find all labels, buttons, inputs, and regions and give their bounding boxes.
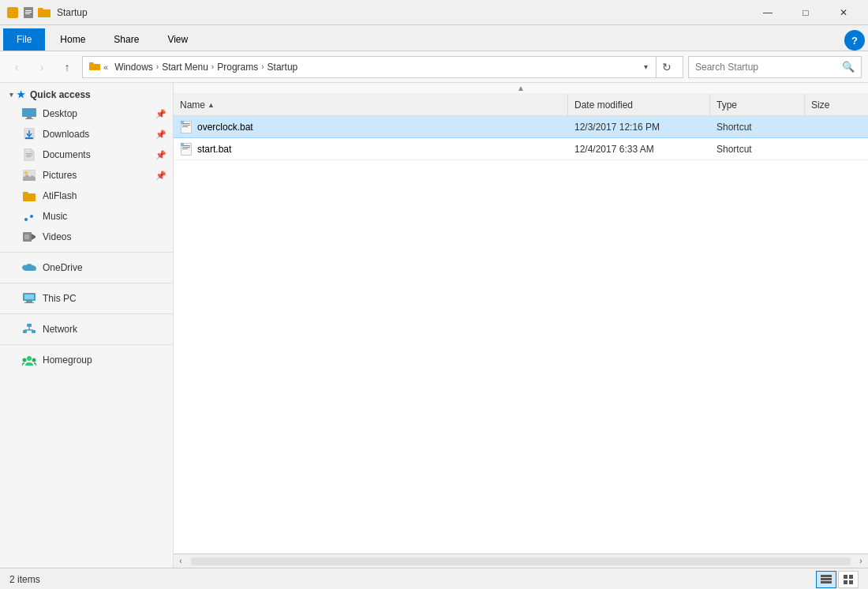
item-count: 2 items: [9, 574, 40, 585]
path-sep3: ›: [261, 62, 264, 71]
scroll-track[interactable]: [191, 557, 851, 565]
sidebar-item-videos[interactable]: Videos: [0, 227, 173, 247]
restore-button[interactable]: □: [788, 0, 824, 25]
up-button[interactable]: ↑: [57, 57, 77, 77]
svg-rect-47: [849, 575, 853, 579]
table-row[interactable]: overclock.bat 12/3/2017 12:16 PM Shortcu…: [174, 116, 868, 138]
file-name-cell-overclock: overclock.bat: [174, 121, 568, 133]
sidebar-item-music[interactable]: Music: [0, 206, 173, 227]
file-date-overclock: 12/3/2017 12:16 PM: [568, 122, 710, 133]
path-windows: Windows: [114, 62, 153, 73]
scroll-left-button[interactable]: ‹: [174, 554, 188, 568]
col-date-label: Date modified: [574, 99, 633, 111]
sidebar-label-onedrive: OneDrive: [43, 262, 83, 273]
svg-rect-43: [821, 575, 832, 577]
view-tiles-button[interactable]: [838, 571, 859, 588]
videos-icon: [22, 230, 36, 244]
help-button[interactable]: ?: [844, 30, 865, 51]
sidebar-item-homegroup[interactable]: Homegroup: [0, 350, 173, 370]
column-date-modified[interactable]: Date modified: [568, 94, 710, 115]
address-bar: ‹ › ↑ « Windows › Start Menu › Programs …: [0, 51, 868, 83]
address-path[interactable]: « Windows › Start Menu › Programs › Star…: [82, 56, 683, 78]
sidebar: ▾ ★ Quick access Desktop 📌: [0, 83, 174, 568]
sidebar-item-thispc[interactable]: This PC: [0, 288, 173, 309]
window-title: Startup: [57, 7, 88, 18]
sidebar-item-documents[interactable]: Documents 📌: [0, 144, 173, 165]
table-row[interactable]: start.bat 12/4/2017 6:33 AM Shortcut: [174, 138, 868, 160]
sort-indicator-name: ▲: [208, 101, 215, 109]
tab-home[interactable]: Home: [47, 28, 99, 51]
svg-point-29: [23, 358, 27, 362]
svg-rect-46: [844, 575, 847, 579]
column-name[interactable]: Name ▲: [174, 94, 568, 115]
column-size[interactable]: Size: [805, 94, 868, 115]
svg-rect-3: [25, 13, 30, 14]
horizontal-scrollbar[interactable]: ‹ ›: [174, 553, 868, 568]
sidebar-item-icon-star: ★: [17, 89, 25, 100]
search-box[interactable]: 🔍: [688, 56, 862, 78]
title-controls: — □ ✕: [750, 0, 862, 25]
title-bar: Startup — □ ✕: [0, 0, 868, 25]
sidebar-quick-access-header[interactable]: ▾ ★ Quick access: [0, 86, 173, 103]
tab-share[interactable]: Share: [100, 28, 152, 51]
sidebar-item-downloads[interactable]: Downloads 📌: [0, 124, 173, 144]
sidebar-item-network[interactable]: Network: [0, 319, 173, 340]
col-type-label: Type: [716, 99, 737, 111]
network-icon: [22, 322, 36, 336]
view-details-button[interactable]: [816, 571, 836, 588]
file-type-start: Shortcut: [710, 144, 805, 155]
pictures-icon: [22, 168, 36, 182]
quick-access-label: Quick access: [30, 89, 91, 100]
sidebar-label-videos: Videos: [43, 231, 71, 242]
file-name-start: start.bat: [197, 144, 231, 155]
file-area: ▲ Name ▲ Date modified Type Size: [174, 83, 868, 568]
scroll-right-button[interactable]: ›: [854, 554, 868, 568]
svg-rect-48: [844, 580, 847, 584]
sidebar-item-onedrive[interactable]: OneDrive: [0, 257, 173, 278]
sidebar-item-atiflash[interactable]: AtiFlash: [0, 186, 173, 206]
sidebar-item-pictures[interactable]: Pictures 📌: [0, 165, 173, 186]
tab-view[interactable]: View: [154, 28, 201, 51]
minimize-button[interactable]: —: [750, 0, 786, 25]
folder-icon: [38, 6, 51, 19]
search-input[interactable]: [695, 62, 837, 73]
close-button[interactable]: ✕: [825, 0, 862, 25]
svg-rect-34: [182, 125, 190, 126]
col-name-label: Name: [180, 99, 205, 111]
svg-rect-4: [22, 108, 36, 117]
col-size-label: Size: [811, 99, 829, 111]
forward-button[interactable]: ›: [32, 57, 52, 77]
back-button[interactable]: ‹: [6, 57, 27, 77]
atiflash-icon: [22, 189, 36, 203]
documents-pin-icon: 📌: [155, 150, 166, 160]
sidebar-label-homegroup: Homegroup: [43, 355, 92, 366]
svg-rect-21: [24, 294, 34, 299]
svg-rect-35: [182, 126, 188, 127]
file-type-overclock: Shortcut: [710, 122, 805, 133]
documents-icon: [22, 148, 36, 162]
pictures-pin-icon: 📌: [155, 171, 166, 181]
sidebar-label-pictures: Pictures: [43, 170, 77, 181]
sidebar-separator-1: [0, 252, 173, 253]
address-refresh-button[interactable]: ↻: [656, 57, 676, 77]
svg-rect-10: [26, 153, 32, 154]
downloads-icon: [22, 127, 36, 141]
quick-access-icon: [6, 6, 19, 19]
search-icon: 🔍: [842, 61, 855, 73]
tab-file[interactable]: File: [3, 28, 45, 51]
svg-rect-44: [821, 578, 832, 580]
address-dropdown-button[interactable]: ▾: [635, 57, 656, 77]
path-programs: Programs: [217, 62, 258, 73]
path-folder-icon: [89, 62, 100, 73]
sidebar-label-atiflash: AtiFlash: [43, 190, 77, 201]
svg-rect-40: [182, 147, 190, 148]
svg-rect-2: [25, 12, 32, 13]
thispc-icon: [22, 291, 36, 306]
svg-rect-9: [25, 137, 33, 139]
bat-file-icon-overclock: [180, 121, 193, 133]
path-sep2: ›: [211, 62, 214, 71]
sidebar-item-desktop[interactable]: Desktop 📌: [0, 103, 173, 124]
column-type[interactable]: Type: [710, 94, 805, 115]
sidebar-separator-2: [0, 283, 173, 283]
doc-icon: [22, 6, 35, 19]
